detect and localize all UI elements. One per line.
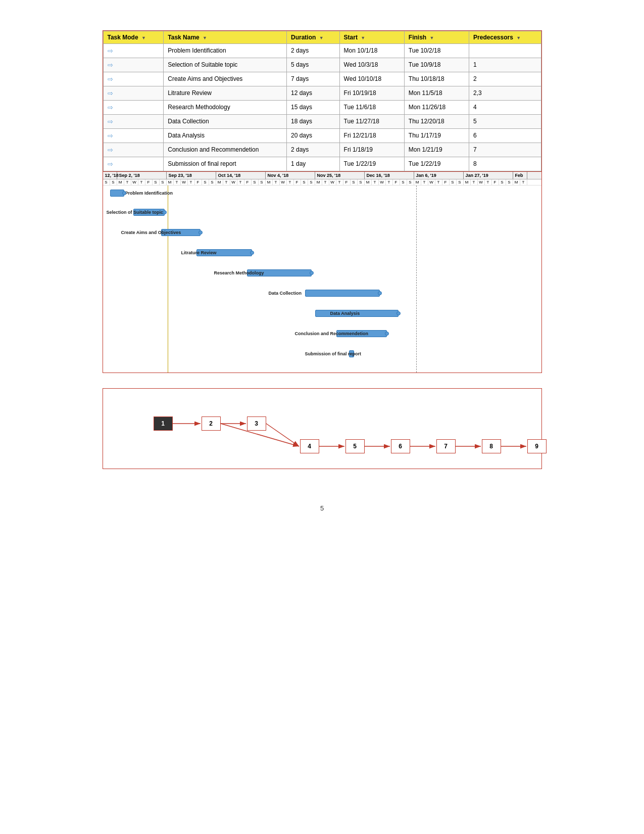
table-row: ⇨Selection of Suitable topic5 daysWed 10…	[103, 58, 541, 72]
milestone-line	[416, 186, 417, 373]
gantt-day-cell: F	[244, 179, 252, 185]
task-mode-cell: ⇨	[103, 115, 164, 129]
task-mode-cell: ⇨	[103, 58, 164, 72]
task-name-cell: Problem Identification	[164, 44, 287, 58]
gantt-day-cell: M	[414, 179, 421, 185]
predecessors-cell: 2	[469, 72, 541, 86]
gantt-date-group: Jan 6, '19	[414, 172, 464, 179]
table-row: ⇨Conclusion and Recommendetion2 daysFri …	[103, 143, 541, 157]
gantt-day-cell: S	[153, 179, 160, 185]
gantt-day-cell: S	[506, 179, 513, 185]
connector-dot	[310, 271, 314, 275]
col-header-start: Start ▼	[339, 31, 404, 44]
table-row: ⇨Litrature Review12 daysFri 10/19/18Mon …	[103, 86, 541, 101]
gantt-day-cell: W	[478, 179, 485, 185]
gantt-day-cell: T	[421, 179, 428, 185]
gantt-day-row: SSMTWTFSSMTWTFSSMTWTFSSMTWTFSSMTWTFSSMTW…	[103, 179, 541, 186]
gantt-day-cell: S	[400, 179, 407, 185]
connector-dot	[378, 291, 382, 295]
connector-dot	[122, 191, 126, 195]
gantt-day-cell: F	[393, 179, 400, 185]
gantt-day-cell: M	[117, 179, 124, 185]
task-mode-cell: ⇨	[103, 72, 164, 86]
gantt-day-cell: S	[351, 179, 358, 185]
gantt-day-cell: T	[287, 179, 294, 185]
table-row: ⇨Data Analysis20 daysFri 12/21/18Thu 1/1…	[103, 129, 541, 143]
gantt-day-cell: S	[407, 179, 414, 185]
start-cell: Tue 11/27/18	[339, 115, 404, 129]
task-name-cell: Data Collection	[164, 115, 287, 129]
duration-cell: 1 day	[286, 157, 339, 171]
gantt-day-cell: S	[301, 179, 308, 185]
connector-dot	[250, 251, 254, 255]
gantt-day-cell: S	[209, 179, 216, 185]
table-row: ⇨Problem Identification2 daysMon 10/1/18…	[103, 44, 541, 58]
task-mode-cell: ⇨	[103, 143, 164, 157]
task-mode-cell: ⇨	[103, 86, 164, 101]
gantt-bar-label: Submission of final report	[305, 351, 362, 356]
network-diagram-container: 123456789	[103, 388, 542, 469]
page-number: 5	[320, 504, 324, 512]
duration-cell: 5 days	[286, 58, 339, 72]
finish-cell: Mon 11/26/18	[404, 101, 469, 115]
start-cell: Wed 10/3/18	[339, 58, 404, 72]
gantt-day-cell: F	[343, 179, 351, 185]
gantt-day-cell: T	[273, 179, 280, 185]
gantt-date-group: Sep 2, '18	[117, 172, 167, 179]
task-name-cell: Research Methodology	[164, 101, 287, 115]
gantt-day-cell: T	[471, 179, 478, 185]
task-mode-cell: ⇨	[103, 157, 164, 171]
col-header-task-mode: Task Mode ▼	[103, 31, 164, 44]
gantt-bar-label: Create Aims and Objectives	[121, 230, 181, 235]
task-name-cell: Litrature Review	[164, 86, 287, 101]
gantt-day-cell: M	[216, 179, 223, 185]
gantt-day-cell: T	[520, 179, 527, 185]
gantt-day-cell: T	[435, 179, 442, 185]
task-mode-icon: ⇨	[108, 160, 113, 168]
table-row: ⇨Create Aims and Objectives7 daysWed 10/…	[103, 72, 541, 86]
network-node-6: 6	[391, 439, 410, 453]
finish-cell: Mon 1/21/19	[404, 143, 469, 157]
finish-cell: Thu 1/17/19	[404, 129, 469, 143]
connector-dot	[385, 332, 389, 336]
predecessors-cell: 2,3	[469, 86, 541, 101]
gantt-day-cell: T	[237, 179, 244, 185]
duration-cell: 20 days	[286, 129, 339, 143]
network-diagram: 123456789	[113, 404, 531, 453]
network-node-2: 2	[202, 416, 221, 431]
predecessors-cell: 8	[469, 157, 541, 171]
gantt-bar-label: Litrature Review	[181, 250, 217, 255]
duration-cell: 2 days	[286, 44, 339, 58]
gantt-bar-label: Selection of Suitable topic	[107, 210, 164, 215]
gantt-day-cell: T	[336, 179, 343, 185]
task-mode-icon: ⇨	[108, 75, 113, 83]
finish-cell: Tue 1/22/19	[404, 157, 469, 171]
table-row: ⇨Data Collection18 daysTue 11/27/18Thu 1…	[103, 115, 541, 129]
gantt-day-cell: S	[160, 179, 167, 185]
gantt-table: Task Mode ▼ Task Name ▼ Duration ▼ Start…	[103, 31, 541, 171]
network-node-8: 8	[482, 439, 501, 453]
gantt-day-cell: T	[124, 179, 131, 185]
gantt-bar-label: Conclusion and Recommendetion	[295, 331, 369, 336]
gantt-day-cell: F	[492, 179, 499, 185]
gantt-bar-label: Data Analysis	[330, 311, 360, 316]
task-mode-icon: ⇨	[108, 146, 113, 154]
network-node-3: 3	[247, 416, 266, 431]
duration-cell: 15 days	[286, 101, 339, 115]
duration-cell: 12 days	[286, 86, 339, 101]
gantt-day-cell: T	[188, 179, 195, 185]
network-node-4: 4	[300, 439, 319, 453]
network-node-5: 5	[345, 439, 365, 453]
gantt-day-cell: W	[131, 179, 138, 185]
task-name-cell: Create Aims and Objectives	[164, 72, 287, 86]
task-name-cell: Conclusion and Recommendetion	[164, 143, 287, 157]
gantt-day-cell: S	[259, 179, 266, 185]
gantt-day-cell: T	[138, 179, 145, 185]
gantt-day-cell: S	[103, 179, 110, 185]
gantt-day-cell: M	[464, 179, 471, 185]
gantt-date-group: Feb	[513, 172, 527, 179]
task-mode-icon: ⇨	[108, 61, 113, 69]
gantt-day-cell: T	[386, 179, 393, 185]
predecessors-cell: 1	[469, 58, 541, 72]
gantt-day-cell: S	[252, 179, 259, 185]
